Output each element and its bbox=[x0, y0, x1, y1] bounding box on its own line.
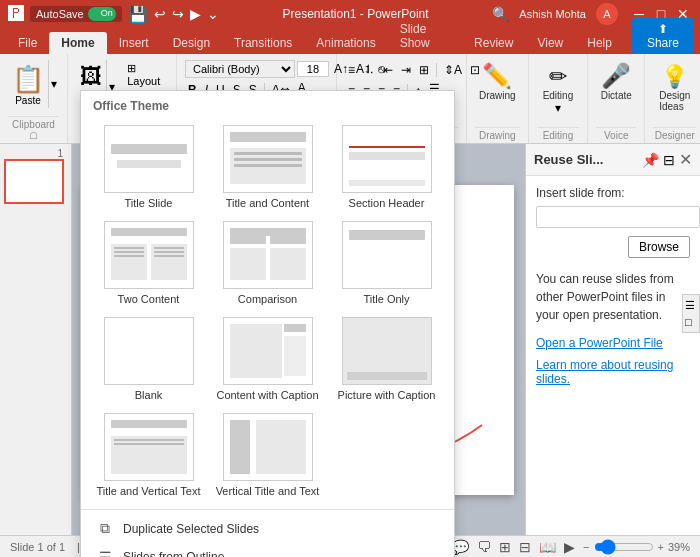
share-button[interactable]: ⬆ Share bbox=[632, 18, 694, 54]
reuse-slides-panel: Reuse Sli... 📌 ⊟ ✕ Insert slide from: → … bbox=[525, 144, 700, 535]
layout-vertical-title[interactable]: Vertical Title and Text bbox=[210, 409, 325, 501]
numbering-button[interactable]: ⒈ bbox=[360, 60, 378, 79]
text-direction-button[interactable]: ⇕A bbox=[441, 62, 465, 78]
autosave-toggle[interactable] bbox=[88, 7, 116, 21]
tab-home[interactable]: Home bbox=[49, 32, 106, 54]
layout-title-content[interactable]: Title and Content bbox=[210, 121, 325, 213]
pin-button[interactable]: 📌 bbox=[642, 152, 659, 168]
layout-picture-caption[interactable]: Picture with Caption bbox=[329, 313, 444, 405]
layout-two-content[interactable]: Two Content bbox=[91, 217, 206, 309]
slide-sorter-icon[interactable]: ⊟ bbox=[519, 539, 531, 555]
col1-line3 bbox=[114, 255, 144, 257]
thumb-comp-body1 bbox=[230, 248, 266, 280]
slide-thumbnail-1[interactable] bbox=[4, 159, 64, 204]
comments-icon[interactable]: 🗨 bbox=[477, 539, 491, 555]
layout-thumb-section-header bbox=[342, 125, 432, 193]
zoom-out-button[interactable]: − bbox=[583, 541, 589, 553]
slides-from-outline-item[interactable]: ☰ Slides from Outline... bbox=[81, 543, 454, 557]
drawing-button[interactable]: ✏️ Drawing bbox=[475, 60, 520, 105]
layout-thumb-blank bbox=[104, 317, 194, 385]
editing-dropdown[interactable]: ▾ bbox=[555, 101, 561, 115]
layout-title-slide[interactable]: Title Slide bbox=[91, 121, 206, 213]
browse-button-container: Browse bbox=[536, 236, 690, 258]
reuse-body: Insert slide from: → Browse You can reus… bbox=[526, 176, 700, 535]
ribbon-group-clipboard: 📋 Paste ▾ Clipboard ☖ bbox=[0, 54, 68, 143]
voice-label: Voice bbox=[596, 127, 636, 143]
tab-insert[interactable]: Insert bbox=[107, 32, 161, 54]
toolbar-redo[interactable]: ↪ bbox=[172, 6, 184, 22]
layout-blank[interactable]: Blank bbox=[91, 313, 206, 405]
thumb-cc-title bbox=[284, 324, 306, 332]
col1-line2 bbox=[114, 251, 144, 253]
zoom-slider[interactable] bbox=[594, 539, 654, 555]
tab-file[interactable]: File bbox=[6, 32, 49, 54]
tab-design[interactable]: Design bbox=[161, 32, 222, 54]
toolbar-save[interactable]: 💾 bbox=[128, 5, 148, 24]
panel-icon-1[interactable]: ☰ bbox=[685, 299, 697, 312]
designer-top: 💡 DesignIdeas bbox=[653, 58, 696, 125]
reuse-input-row: → bbox=[536, 206, 690, 228]
tab-review[interactable]: Review bbox=[462, 32, 525, 54]
paste-dropdown-arrow[interactable]: ▾ bbox=[48, 60, 59, 108]
columns-button[interactable]: ⊞ bbox=[416, 62, 432, 78]
decrease-indent-button[interactable]: ⇤ bbox=[380, 62, 396, 78]
increase-indent-button[interactable]: ⇥ bbox=[398, 62, 414, 78]
paste-icon: 📋 bbox=[12, 64, 44, 95]
layout-label-picture-caption: Picture with Caption bbox=[338, 389, 436, 401]
reuse-expand-button[interactable]: ⊟ bbox=[663, 152, 675, 168]
para-row1: ≡ ⒈ ⇤ ⇥ ⊞ ⇕A ⊡ bbox=[345, 60, 483, 79]
font-family-select[interactable]: Calibri (Body) bbox=[185, 60, 295, 78]
tab-view[interactable]: View bbox=[525, 32, 575, 54]
reuse-close-button[interactable]: ✕ bbox=[679, 150, 692, 169]
col2-line1 bbox=[154, 247, 184, 249]
zoom-in-button[interactable]: + bbox=[658, 541, 664, 553]
paste-split-button[interactable]: 📋 Paste ▾ bbox=[8, 60, 59, 108]
layout-title-only[interactable]: Title Only bbox=[329, 217, 444, 309]
open-powerpoint-link[interactable]: Open a PowerPoint File bbox=[536, 336, 690, 350]
browse-button[interactable]: Browse bbox=[628, 236, 690, 258]
tab-slideshow[interactable]: Slide Show bbox=[388, 18, 462, 54]
user-avatar[interactable]: A bbox=[596, 3, 618, 25]
normal-view-icon[interactable]: ⊞ bbox=[499, 539, 511, 555]
dictate-button[interactable]: 🎤 Dictate bbox=[596, 60, 636, 105]
layout-label-title-vertical: Title and Vertical Text bbox=[97, 485, 201, 497]
reading-view-icon[interactable]: 📖 bbox=[539, 539, 556, 555]
tab-help[interactable]: Help bbox=[575, 32, 624, 54]
toolbar-present[interactable]: ▶ bbox=[190, 6, 201, 22]
toolbar-more[interactable]: ⌄ bbox=[207, 6, 219, 22]
tab-transitions[interactable]: Transitions bbox=[222, 32, 304, 54]
paste-main[interactable]: 📋 Paste bbox=[8, 60, 48, 108]
layout-section-header[interactable]: Section Header bbox=[329, 121, 444, 213]
user-name: Ashish Mohta bbox=[519, 8, 586, 20]
toolbar-undo[interactable]: ↩ bbox=[154, 6, 166, 22]
layout-label-vertical-title: Vertical Title and Text bbox=[216, 485, 320, 497]
thumb-line1 bbox=[234, 152, 302, 155]
learn-more-link[interactable]: Learn more about reusing slides. bbox=[536, 358, 690, 386]
col1-line1 bbox=[114, 247, 144, 249]
layout-title-vertical[interactable]: Title and Vertical Text bbox=[91, 409, 206, 501]
layout-thumb-title-vertical bbox=[104, 413, 194, 481]
bullets-button[interactable]: ≡ bbox=[345, 62, 358, 78]
layout-comparison[interactable]: Comparison bbox=[210, 217, 325, 309]
duplicate-slides-item[interactable]: ⧉ Duplicate Selected Slides bbox=[81, 514, 454, 543]
layout-thumb-title-slide bbox=[104, 125, 194, 193]
autosave-text: AutoSave bbox=[36, 8, 84, 20]
font-size-input[interactable] bbox=[297, 61, 329, 77]
panel-icon-2[interactable]: □ bbox=[685, 316, 697, 328]
tv-line2 bbox=[114, 443, 184, 445]
search-icon[interactable]: 🔍 bbox=[492, 6, 509, 22]
layout-thumb-picture-caption bbox=[342, 317, 432, 385]
powerpoint-logo: 🅿 bbox=[8, 5, 24, 23]
reuse-title: Reuse Sli... bbox=[534, 152, 603, 167]
design-ideas-icon: 💡 bbox=[661, 64, 688, 90]
thumb-pic-text bbox=[347, 372, 427, 380]
reuse-url-input[interactable] bbox=[536, 206, 700, 228]
slideshow-view-icon[interactable]: ▶ bbox=[564, 539, 575, 555]
tab-animations[interactable]: Animations bbox=[304, 32, 387, 54]
design-ideas-button[interactable]: 💡 DesignIdeas bbox=[653, 60, 696, 116]
layout-content-caption[interactable]: Content with Caption bbox=[210, 313, 325, 405]
slide-panel: 1 bbox=[0, 144, 72, 535]
layout-label-title-slide: Title Slide bbox=[125, 197, 173, 209]
reuse-header-actions: 📌 ⊟ ✕ bbox=[642, 150, 692, 169]
editing-top: ✏ Editing ▾ bbox=[537, 58, 580, 125]
